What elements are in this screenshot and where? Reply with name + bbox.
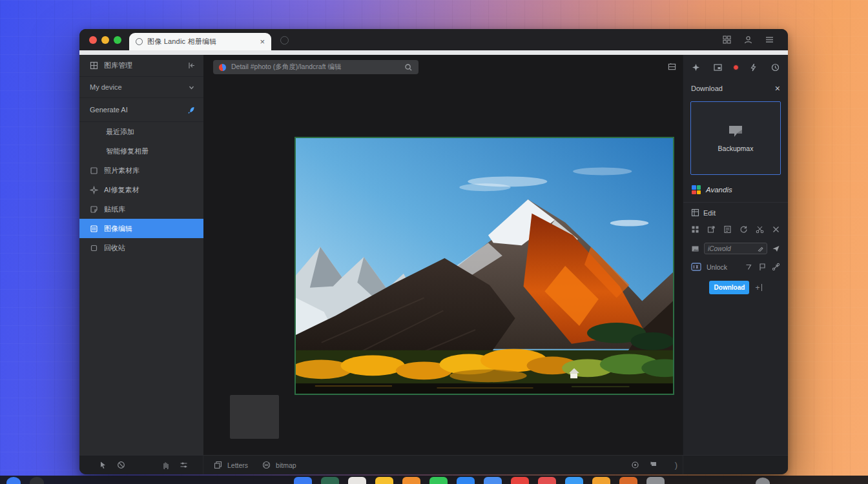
dock-app-icon[interactable] bbox=[6, 477, 21, 484]
right-panel: Download × Backupmax Avandis bbox=[683, 55, 788, 455]
zap-icon[interactable] bbox=[749, 63, 758, 72]
menu-icon[interactable] bbox=[765, 35, 774, 44]
magic-icon bbox=[90, 186, 98, 194]
notes-tool-icon[interactable] bbox=[723, 225, 732, 234]
dock-app-icon[interactable] bbox=[565, 477, 583, 484]
disabled-tool-icon[interactable] bbox=[117, 461, 125, 469]
prompt-input[interactable]: iCowold bbox=[704, 243, 767, 254]
dock-app-icon[interactable] bbox=[592, 477, 610, 484]
search-bar[interactable]: Detail #photo (多角度)/landcraft 编辑 bbox=[213, 60, 418, 74]
library-icon bbox=[90, 61, 98, 70]
sidebar-item-label: 贴纸库 bbox=[104, 205, 196, 214]
sidebar-item-recent[interactable]: 最近添加 bbox=[79, 122, 203, 141]
flag-icon[interactable] bbox=[758, 263, 767, 271]
dock-app-icon[interactable] bbox=[511, 477, 529, 484]
grid-tool-icon[interactable] bbox=[691, 225, 699, 234]
pan-hand-icon[interactable] bbox=[161, 461, 170, 469]
sidebar: 图库管理 My device Generate AI bbox=[79, 55, 203, 455]
pen-small-icon bbox=[758, 246, 763, 252]
sync-tool-icon[interactable] bbox=[739, 225, 748, 234]
dock-app-icon[interactable] bbox=[30, 477, 44, 484]
sidebar-item-image-edit[interactable]: 图像编辑 bbox=[79, 219, 203, 238]
canvas-area[interactable]: Detail #photo (多角度)/landcraft 编辑 bbox=[203, 55, 683, 455]
cut-tool-icon[interactable] bbox=[756, 225, 764, 234]
edit-icon bbox=[90, 225, 98, 233]
sidebar-item-ai-assets[interactable]: AI修复素材 bbox=[79, 180, 203, 199]
dock-app-icon[interactable] bbox=[375, 477, 393, 484]
dock-apps bbox=[294, 477, 665, 484]
send-icon[interactable] bbox=[772, 245, 780, 253]
sidebar-item-label: 图像编辑 bbox=[104, 224, 196, 234]
bitmap-label[interactable]: bitmap bbox=[276, 461, 296, 469]
dock-app-icon[interactable] bbox=[457, 477, 475, 484]
bitmap-icon[interactable] bbox=[262, 461, 271, 469]
zoom-window-button[interactable] bbox=[114, 36, 121, 44]
id-badge-icon[interactable] bbox=[691, 263, 701, 271]
share-fork-icon[interactable] bbox=[772, 263, 780, 271]
collapse-sidebar-icon[interactable] bbox=[187, 61, 196, 70]
dock-app-icon[interactable] bbox=[538, 477, 556, 484]
window-controls bbox=[79, 36, 121, 50]
dock-app-icon[interactable] bbox=[348, 477, 366, 484]
chevron-down-icon bbox=[187, 83, 196, 92]
search-favicon-icon bbox=[219, 64, 226, 71]
image-small-icon[interactable] bbox=[691, 245, 699, 253]
ai-sparkle-icon bbox=[187, 106, 196, 114]
close-tool-icon[interactable] bbox=[772, 225, 780, 234]
sliders-icon[interactable] bbox=[180, 461, 188, 469]
sidebar-header: 图库管理 bbox=[79, 55, 203, 77]
active-tab[interactable]: 图像 Landic 相册编辑 × bbox=[129, 33, 271, 50]
brand-row: Avandis bbox=[683, 175, 788, 202]
toolbar-strip bbox=[79, 50, 788, 55]
thumbnail-placeholder[interactable] bbox=[230, 395, 279, 439]
sidebar-item-stickers[interactable]: 贴纸库 bbox=[79, 199, 203, 219]
picture-in-picture-icon[interactable] bbox=[714, 63, 722, 72]
edit-section-icon bbox=[691, 208, 699, 217]
search-input[interactable]: Detail #photo (多角度)/landcraft 编辑 bbox=[231, 63, 399, 72]
sidebar-item-my-device[interactable]: My device bbox=[79, 77, 203, 98]
layout-split-icon[interactable] bbox=[668, 63, 676, 71]
dock-app-icon[interactable] bbox=[646, 477, 665, 484]
dock-app-icon[interactable] bbox=[756, 478, 770, 484]
dock-app-icon[interactable] bbox=[429, 477, 448, 484]
flag-fill-icon[interactable] bbox=[649, 461, 657, 469]
layers-label[interactable]: Letters bbox=[227, 461, 248, 469]
brand-name: Avandis bbox=[706, 186, 732, 194]
tab-title: 图像 Landic 相册编辑 bbox=[147, 37, 255, 46]
extensions-icon[interactable] bbox=[723, 35, 731, 44]
selected-image[interactable] bbox=[294, 137, 674, 395]
scroll-hint: ) bbox=[675, 460, 677, 470]
sidebar-item-smart-albums[interactable]: 智能修复相册 bbox=[79, 141, 203, 161]
close-panel-icon[interactable]: × bbox=[775, 83, 780, 94]
frame-icon bbox=[90, 166, 98, 175]
search-icon[interactable] bbox=[404, 63, 413, 72]
sidebar-item-trash[interactable]: 回收站 bbox=[79, 238, 203, 257]
profile-icon[interactable] bbox=[744, 35, 752, 44]
panel-footer bbox=[683, 456, 788, 474]
timer-icon[interactable] bbox=[771, 63, 780, 72]
sidebar-item-generate-ai[interactable]: Generate AI bbox=[79, 98, 203, 122]
dock-app-icon[interactable] bbox=[321, 477, 339, 484]
cursor-tool-icon[interactable] bbox=[99, 461, 107, 469]
image-dropzone[interactable]: Backupmax bbox=[690, 101, 781, 175]
layers-icon[interactable] bbox=[214, 461, 222, 469]
new-tab-icon[interactable] bbox=[280, 36, 289, 45]
dock-app-icon[interactable] bbox=[484, 477, 502, 484]
location-pin-icon[interactable] bbox=[631, 461, 639, 469]
dock-app-icon[interactable] bbox=[402, 477, 420, 484]
tab-favicon-icon bbox=[136, 38, 143, 45]
sidebar-item-label: 照片素材库 bbox=[104, 166, 196, 176]
close-window-button[interactable] bbox=[89, 36, 97, 44]
export-tool-icon[interactable] bbox=[707, 225, 716, 234]
sidebar-item-photo-library[interactable]: 照片素材库 bbox=[79, 161, 203, 180]
dock-right-icons bbox=[756, 478, 770, 484]
sparkle-wand-icon[interactable] bbox=[692, 63, 700, 72]
minimize-window-button[interactable] bbox=[101, 36, 109, 44]
download-button[interactable]: Download bbox=[709, 281, 749, 294]
tab-close-icon[interactable]: × bbox=[260, 37, 265, 46]
dock-app-icon[interactable] bbox=[619, 477, 637, 484]
landscape-photo bbox=[296, 138, 673, 394]
dock-app-icon[interactable] bbox=[294, 477, 312, 484]
redo-small-icon[interactable] bbox=[745, 263, 753, 271]
add-more-button[interactable]: + bbox=[755, 283, 761, 292]
